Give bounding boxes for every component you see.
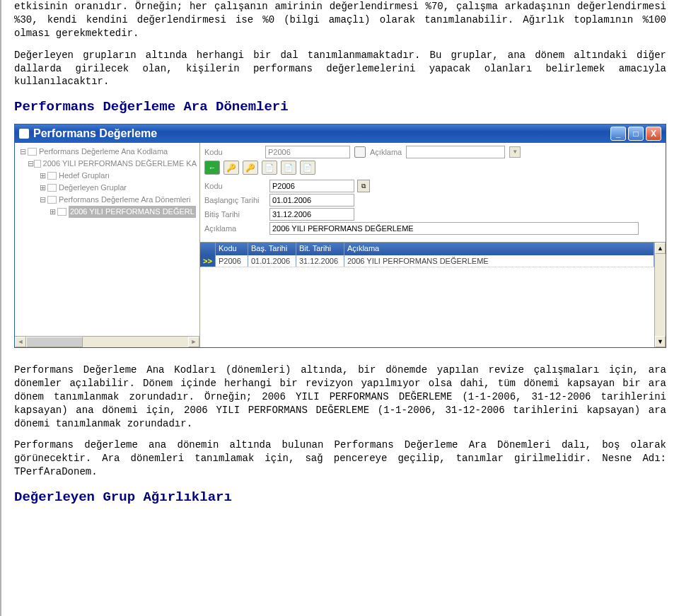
form-baslangic-label: Başlangıç Tarihi xyxy=(204,195,269,206)
doc-button-1[interactable]: 📄 xyxy=(262,161,277,175)
close-button[interactable]: X xyxy=(646,127,661,141)
filter-bar: Kodu Açıklama ▼ xyxy=(200,143,666,160)
window-title: Performans Değerleme xyxy=(33,126,157,141)
section-heading-ara-donemleri: Performans Değerleme Ara Dönemleri xyxy=(14,98,666,117)
tree-node-degerleyen[interactable]: Değerleyen Gruplar xyxy=(59,182,127,194)
data-grid: Kodu Baş. Tarihi Bit. Tarihi Açıklama >>… xyxy=(200,242,666,347)
row-marker-icon: >> xyxy=(200,255,216,267)
grid-vertical-scrollbar[interactable]: ▲ ▼ xyxy=(654,243,666,347)
paragraph-3: Performans Değerleme Ana Kodları (döneml… xyxy=(14,364,666,430)
form-bitis-label: Bitiş Tarihi xyxy=(204,209,269,220)
filter-aciklama-label: Açıklama xyxy=(370,147,402,158)
scroll-down-icon[interactable]: ▼ xyxy=(655,336,666,347)
paragraph-2: Değerleyen grupların altında herhangi bi… xyxy=(14,49,666,89)
dropdown-icon[interactable]: ▼ xyxy=(509,146,521,158)
doc-button-3[interactable]: 📄 xyxy=(300,161,315,175)
grid-header-bas[interactable]: Baş. Tarihi xyxy=(248,243,296,255)
app-icon xyxy=(19,129,29,139)
cell-bas: 01.01.2006 xyxy=(248,255,296,267)
grid-header: Kodu Baş. Tarihi Bit. Tarihi Açıklama xyxy=(200,243,654,255)
tree-node-hedef[interactable]: Hedef Grupları xyxy=(59,170,110,182)
form-aciklama-label: Açıklama xyxy=(204,223,269,234)
scroll-thumb[interactable] xyxy=(26,337,83,347)
lookup-icon[interactable] xyxy=(354,146,366,158)
form-kodu-input[interactable] xyxy=(269,180,354,192)
grid-header-aciklama[interactable]: Açıklama xyxy=(344,243,654,255)
toolbar: ← 🔑 🔑 📄 📄 📄 xyxy=(200,160,666,178)
grid-header-kodu[interactable]: Kodu xyxy=(216,243,248,255)
scroll-up-icon[interactable]: ▲ xyxy=(655,243,666,254)
copy-icon[interactable]: ⧉ xyxy=(357,180,370,192)
grid-header-bit[interactable]: Bit. Tarihi xyxy=(296,243,344,255)
cell-aciklama: 2006 YILI PERFORMANS DEĞERLEME xyxy=(344,255,654,267)
key-button-2[interactable]: 🔑 xyxy=(243,161,258,175)
tree-node-ara-donemleri[interactable]: Performans Değerleme Ara Dönemleri xyxy=(59,194,190,206)
section-heading-grup-agirliklari: Değerleyen Grup Ağırlıkları xyxy=(14,489,666,507)
form-bitis-input[interactable] xyxy=(269,208,354,221)
key-button-1[interactable]: 🔑 xyxy=(224,161,239,175)
form-kodu-label: Kodu xyxy=(204,181,269,192)
record-form: Kodu ⧉ Başlangıç Tarihi Bitiş Tarihi Açı… xyxy=(200,178,666,240)
filter-kodu-label: Kodu xyxy=(204,147,261,158)
paragraph-4: Performans değerleme ana dönemin altında… xyxy=(14,438,666,479)
tree-horizontal-scrollbar[interactable]: ◄ ► xyxy=(15,336,199,347)
table-row[interactable]: >> P2006 01.01.2006 31.12.2006 2006 YILI… xyxy=(200,255,654,267)
back-button[interactable]: ← xyxy=(204,161,220,175)
tree-node-selected[interactable]: 2006 YILI PERFORMANS DEĞERL xyxy=(69,206,196,218)
form-aciklama-input[interactable] xyxy=(269,222,639,235)
filter-kodu-input[interactable] xyxy=(265,146,350,158)
form-baslangic-input[interactable] xyxy=(269,194,354,207)
cell-bit: 31.12.2006 xyxy=(296,255,344,267)
tree-pane: ⊟Performans Değerleme Ana Kodlama ⊟2006 … xyxy=(15,143,200,347)
tree-view[interactable]: ⊟Performans Değerleme Ana Kodlama ⊟2006 … xyxy=(15,143,199,336)
scroll-left-icon[interactable]: ◄ xyxy=(15,337,26,347)
tree-node-year[interactable]: 2006 YILI PERFORMANS DEĞERLEME KA xyxy=(43,158,197,170)
filter-aciklama-input[interactable] xyxy=(406,146,505,158)
detail-pane: Kodu Açıklama ▼ ← 🔑 🔑 📄 📄 📄 xyxy=(200,143,666,347)
tree-node-root[interactable]: Performans Değerleme Ana Kodlama xyxy=(39,146,168,158)
maximize-button[interactable]: □ xyxy=(628,127,644,141)
paragraph-1: etkisinin oranıdır. Örneğin; her çalışan… xyxy=(14,0,666,40)
minimize-button[interactable]: _ xyxy=(610,127,626,141)
scroll-right-icon[interactable]: ► xyxy=(188,337,199,347)
app-window: Performans Değerleme _ □ X ⊟Performans D… xyxy=(14,124,666,348)
cell-kodu: P2006 xyxy=(216,255,248,267)
doc-button-2[interactable]: 📄 xyxy=(281,161,296,175)
titlebar: Performans Değerleme _ □ X xyxy=(15,124,666,143)
